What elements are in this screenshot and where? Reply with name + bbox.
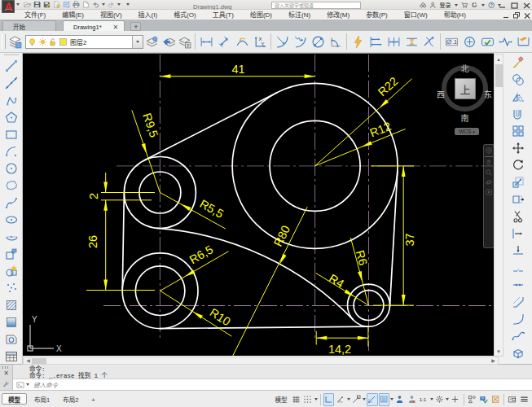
modify-blend-button[interactable]	[508, 327, 528, 344]
modify-chamfer-button[interactable]	[508, 293, 528, 310]
nav-wheel-icon[interactable]	[485, 147, 493, 155]
draw-table-button[interactable]	[2, 348, 21, 365]
modify-scale-button[interactable]	[508, 173, 528, 190]
minimize-button[interactable]	[499, 2, 506, 8]
menu-12[interactable]: 帮助(H)	[436, 10, 474, 20]
undo-button[interactable]	[92, 1, 99, 8]
nav-zoom-icon[interactable]	[485, 168, 493, 177]
model-space-button[interactable]: 模型	[273, 395, 290, 404]
grid-toggle[interactable]	[291, 393, 302, 406]
menu-10[interactable]: 参数(P)	[358, 10, 396, 20]
layer-combo[interactable]: 图层2	[25, 35, 143, 49]
draw-gradient-button[interactable]	[2, 313, 21, 330]
modify-array-button[interactable]	[508, 122, 528, 139]
snap-caret-icon[interactable]	[314, 398, 318, 400]
layer-freeze-icon[interactable]	[38, 37, 49, 46]
dim-dimbaseline-button[interactable]	[367, 33, 385, 50]
modify-offset-button[interactable]	[508, 105, 528, 122]
dim-dimradius-button[interactable]	[273, 33, 291, 50]
nav-motion-icon[interactable]	[485, 188, 493, 196]
menu-9[interactable]: 修改(M)	[319, 10, 358, 20]
dim-dimedit-button[interactable]	[514, 33, 532, 50]
new-drawing-button[interactable]	[82, 1, 90, 8]
search-icon[interactable]	[420, 2, 427, 9]
annotation-visibility-toggle[interactable]	[394, 393, 406, 406]
menu-5[interactable]: 格式(O)	[165, 10, 204, 20]
app-menu-caret-icon[interactable]	[16, 3, 20, 6]
navigation-bar[interactable]	[483, 144, 495, 248]
layout2-tab[interactable]: 布局2	[57, 393, 84, 405]
dim-jogline-button[interactable]	[496, 33, 514, 50]
draw-pline-button[interactable]	[2, 91, 21, 108]
command-customize-icon[interactable]	[2, 381, 10, 388]
draw-earc-button[interactable]	[2, 228, 21, 245]
layer-combo-arrow[interactable]	[132, 36, 143, 48]
modify-move-button[interactable]	[508, 139, 528, 156]
new-tab-button[interactable]: +	[130, 22, 141, 31]
a360-icon[interactable]	[471, 2, 478, 9]
scroll-right-arrow[interactable]: ▶	[489, 357, 498, 364]
undo-caret-icon[interactable]	[102, 3, 105, 6]
command-recent-caret-icon[interactable]	[26, 383, 29, 386]
scale-caret-icon[interactable]	[430, 398, 433, 400]
draw-circle-button[interactable]	[2, 160, 21, 177]
model-tab[interactable]: 模型	[2, 393, 27, 405]
draw-rect-button[interactable]	[2, 125, 21, 142]
ortho-toggle[interactable]	[323, 393, 335, 406]
modify-break-button[interactable]	[508, 259, 528, 276]
signin-label[interactable]: 登录	[440, 1, 451, 9]
menu-11[interactable]: 窗口(W)	[396, 10, 436, 20]
draw-hatch-button[interactable]	[2, 296, 21, 313]
nav-orbit-icon[interactable]	[485, 178, 493, 186]
menu-8[interactable]: 标注(N)	[280, 10, 319, 20]
draw-xline-button[interactable]	[2, 74, 21, 91]
close-button[interactable]	[523, 2, 530, 8]
draw-toolbar-grip[interactable]	[4, 55, 19, 56]
compass-east[interactable]: 东	[484, 88, 492, 100]
workspace-gear-button[interactable]	[434, 393, 446, 406]
a360-caret-icon[interactable]	[481, 4, 485, 7]
osnap-caret-icon[interactable]	[363, 398, 366, 400]
dim-dimangular-button[interactable]	[327, 33, 345, 50]
draw-polygon-button[interactable]	[2, 108, 21, 125]
menu-7[interactable]: 绘图(D)	[242, 10, 280, 20]
layer-states-button[interactable]	[177, 33, 193, 50]
scroll-up-arrow[interactable]: ▲	[495, 55, 503, 63]
modify-trim-button[interactable]	[508, 208, 528, 225]
draw-spline-button[interactable]	[2, 194, 21, 211]
draw-line-button[interactable]	[2, 57, 21, 74]
annotation-scale-button[interactable]	[418, 393, 429, 406]
tab-close-icon[interactable]: ✕	[113, 22, 119, 31]
dim-dimspace-button[interactable]	[402, 33, 420, 50]
compass-south[interactable]: 南	[437, 112, 493, 124]
dim-tolerance-button[interactable]	[442, 33, 460, 50]
save-as-button[interactable]	[43, 1, 51, 8]
menu-2[interactable]: 编辑(E)	[54, 10, 92, 20]
lineweight-toggle[interactable]	[379, 393, 390, 406]
draw-point-button[interactable]	[2, 279, 21, 296]
plot-stamp-button[interactable]	[53, 1, 60, 8]
compass-north[interactable]: 北	[437, 62, 493, 74]
help-icon[interactable]	[488, 2, 495, 9]
clean-screen-button[interactable]	[507, 393, 518, 406]
signin-caret-icon[interactable]	[455, 4, 458, 7]
maximize-button[interactable]	[511, 2, 518, 8]
command-input[interactable]: 键入命令	[13, 379, 532, 390]
menu-1[interactable]: 文件(F)	[16, 10, 54, 20]
redo-caret-icon[interactable]	[117, 3, 121, 6]
save-button[interactable]	[33, 1, 41, 8]
draw-mkblock-button[interactable]	[2, 262, 21, 279]
plus-customize-button[interactable]	[450, 393, 461, 406]
vscroll-thumb[interactable]	[495, 64, 503, 87]
redo-button[interactable]	[108, 1, 115, 8]
autoscale-toggle[interactable]	[407, 393, 418, 406]
dim-dimarc-button[interactable]	[233, 33, 251, 50]
dim-dimjogged-button[interactable]	[291, 33, 309, 50]
draw-revcloud-button[interactable]	[2, 177, 21, 194]
polar-toggle[interactable]	[335, 393, 346, 406]
search-input[interactable]: 键入关键字或短语	[271, 2, 361, 9]
modify-extend-button[interactable]	[508, 225, 528, 242]
open-button[interactable]	[24, 1, 31, 8]
nav-pan-icon[interactable]	[485, 159, 493, 167]
dim-dimaligned-button[interactable]	[215, 33, 233, 50]
